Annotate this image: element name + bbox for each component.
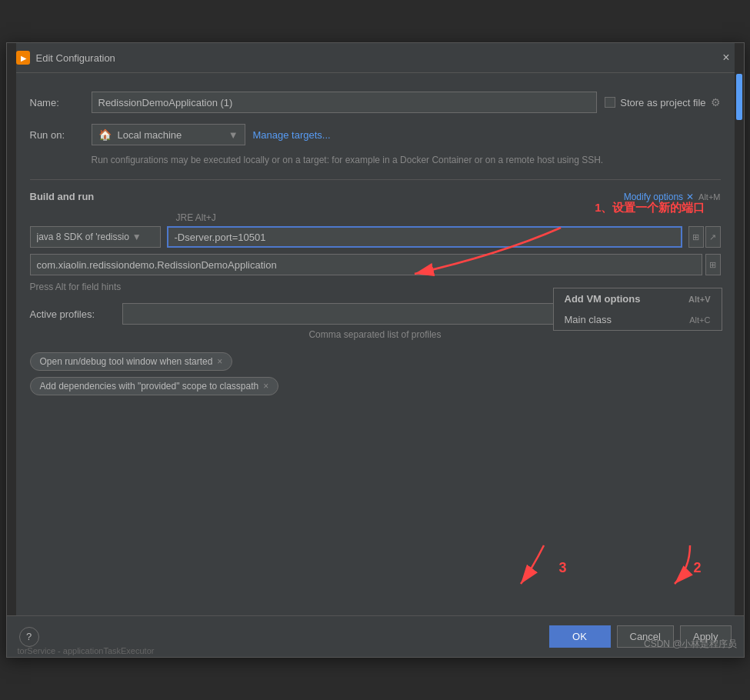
vm-options-input[interactable] — [167, 226, 682, 248]
arrow2-svg — [590, 538, 744, 615]
description-text: Run configurations may be executed local… — [92, 153, 721, 167]
expand-icon-btn[interactable]: ⊞ — [688, 226, 704, 248]
tag-dependencies: Add dependencies with "provided" scope t… — [30, 377, 279, 395]
csdn-watermark: CSDN @小林是程序员 — [644, 638, 738, 651]
title-bar: ▶ Edit Configuration × — [7, 43, 744, 73]
tag-run-debug-label: Open run/debug tool window when started — [40, 356, 213, 367]
tag-run-debug-close[interactable]: × — [217, 356, 222, 367]
annotation-step2: 2 — [693, 560, 701, 576]
add-vm-shortcut: Alt+V — [688, 295, 710, 304]
active-profiles-label: Active profiles: — [30, 308, 115, 320]
dropdown-menu: Add VM options Alt+V Main class Alt+C — [553, 288, 722, 331]
profiles-hint: Comma separated list of profiles — [30, 329, 721, 340]
add-vm-options-item[interactable]: Add VM options Alt+V — [554, 288, 722, 309]
svg-text:▶: ▶ — [20, 55, 26, 62]
home-icon: 🏠 — [98, 128, 112, 141]
jre-label: JRE Alt+J — [176, 212, 216, 223]
machine-label: Local machine — [118, 129, 182, 141]
tag-dependencies-label: Add dependencies with "provided" scope t… — [40, 381, 259, 392]
arrow3-svg — [475, 538, 590, 615]
add-vm-label: Add VM options — [565, 293, 641, 305]
store-project-label: Store as project file — [620, 97, 705, 108]
name-label: Name: — [30, 97, 84, 108]
tag-run-debug: Open run/debug tool window when started … — [30, 352, 233, 371]
help-button[interactable]: ? — [19, 627, 39, 647]
tag-dependencies-close[interactable]: × — [263, 381, 268, 392]
run-on-label: Run on: — [30, 129, 84, 141]
java-sdk-value: java 8 SDK of 'redissio — [37, 232, 129, 242]
build-run-title: Build and run — [30, 191, 95, 202]
bottom-text: torService - applicationTaskExecutor — [18, 646, 155, 657]
dropdown-arrow-icon: ▼ — [228, 129, 238, 141]
tags-container: Open run/debug tool window when started … — [30, 352, 721, 371]
annotation-step1: 1、设置一个新的端口 — [595, 201, 705, 215]
arrow-icon-btn[interactable]: ↗ — [705, 226, 721, 248]
name-input[interactable] — [92, 92, 598, 113]
divider — [30, 179, 721, 180]
main-class-browse-btn[interactable]: ⊞ — [705, 254, 721, 275]
main-class-input[interactable] — [30, 254, 702, 275]
main-class-shortcut: Alt+C — [689, 315, 710, 325]
run-on-dropdown[interactable]: 🏠 Local machine ▼ — [92, 124, 245, 145]
manage-targets-link[interactable]: Manage targets... — [253, 129, 331, 141]
main-class-label: Main class — [565, 314, 612, 325]
sdk-dropdown-icon: ▼ — [132, 232, 142, 242]
modify-shortcut: Alt+M — [698, 192, 720, 202]
annotation-step3: 3 — [558, 560, 566, 576]
main-class-item[interactable]: Main class Alt+C — [554, 309, 722, 330]
app-icon: ▶ — [16, 51, 30, 65]
ok-button[interactable]: OK — [549, 625, 611, 648]
gear-icon[interactable]: ⚙ — [711, 96, 721, 108]
store-project-checkbox[interactable] — [605, 97, 615, 108]
java-sdk-select[interactable]: java 8 SDK of 'redissio ▼ — [30, 226, 161, 248]
close-button[interactable]: × — [718, 49, 734, 66]
dialog-title: Edit Configuration — [36, 52, 115, 64]
